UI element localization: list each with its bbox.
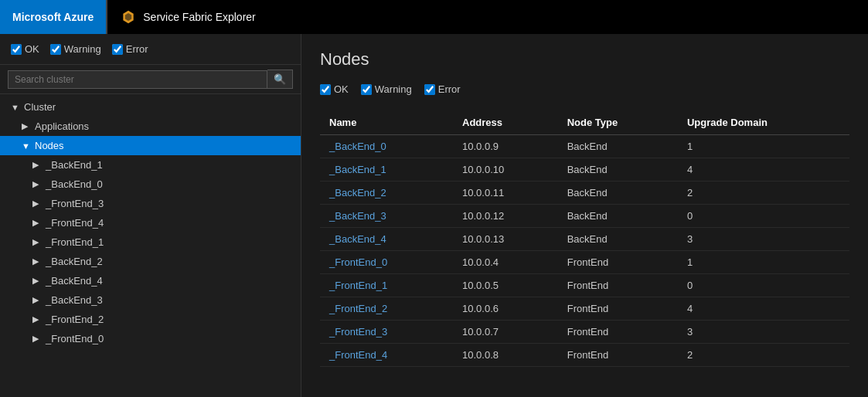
node-upgrade-domain-cell: 1 <box>678 251 849 274</box>
service-fabric-icon <box>120 8 137 25</box>
search-button[interactable]: 🔍 <box>267 70 293 89</box>
node-address-cell: 10.0.0.6 <box>453 297 558 321</box>
node-name-cell[interactable]: _BackEnd_0 <box>320 135 453 158</box>
azure-brand: Microsoft Azure <box>0 0 106 34</box>
content-filter-error[interactable]: Error <box>424 83 461 95</box>
node-address-cell: 10.0.0.4 <box>453 251 558 274</box>
nodes-table: Name Address Node Type Upgrade Domain _B… <box>320 110 849 367</box>
sidebar-item-label: Applications <box>35 120 89 132</box>
filter-warning-checkbox[interactable]: Warning <box>50 43 101 55</box>
node-upgrade-domain-cell: 0 <box>678 205 849 228</box>
node-address-cell: 10.0.0.7 <box>453 321 558 344</box>
content-filter-ok-input[interactable] <box>320 84 331 95</box>
chevron-icon: ▼ <box>22 141 31 151</box>
col-address: Address <box>453 110 558 135</box>
sidebar-item-label: _BackEnd_0 <box>46 178 103 190</box>
table-row: _BackEnd_110.0.0.10BackEnd4 <box>320 158 849 182</box>
node-address-cell: 10.0.0.8 <box>453 344 558 367</box>
sidebar-item-frontend3[interactable]: ▶_FrontEnd_3 <box>0 194 301 213</box>
filter-ok-checkbox[interactable]: OK <box>11 43 39 55</box>
content-filter-error-input[interactable] <box>424 84 435 95</box>
node-name-cell[interactable]: _FrontEnd_4 <box>320 344 453 367</box>
sidebar-item-label: _FrontEnd_2 <box>46 314 104 325</box>
node-type-cell: FrontEnd <box>558 297 678 321</box>
node-type-cell: BackEnd <box>558 135 678 158</box>
search-input[interactable] <box>8 70 267 89</box>
node-name-cell[interactable]: _BackEnd_3 <box>320 205 453 228</box>
content-filter-warning-input[interactable] <box>361 84 372 95</box>
chevron-icon: ▶ <box>32 334 42 344</box>
node-type-cell: BackEnd <box>558 228 678 251</box>
azure-label: Microsoft Azure <box>12 11 94 23</box>
node-name-cell[interactable]: _BackEnd_2 <box>320 182 453 205</box>
node-name-cell[interactable]: _FrontEnd_2 <box>320 297 453 321</box>
node-type-cell: BackEnd <box>558 182 678 205</box>
filter-error-checkbox[interactable]: Error <box>112 43 148 55</box>
sidebar-item-frontend1[interactable]: ▶_FrontEnd_1 <box>0 232 301 252</box>
sidebar-item-applications[interactable]: ▶Applications <box>0 117 301 136</box>
sidebar-item-label: Cluster <box>24 101 56 113</box>
node-name-cell[interactable]: _FrontEnd_3 <box>320 321 453 344</box>
node-name-cell[interactable]: _BackEnd_1 <box>320 158 453 182</box>
node-name-cell[interactable]: _FrontEnd_0 <box>320 251 453 274</box>
node-name-cell[interactable]: _FrontEnd_1 <box>320 274 453 297</box>
table-row: _FrontEnd_310.0.0.7FrontEnd3 <box>320 321 849 344</box>
filter-ok-input[interactable] <box>11 44 22 55</box>
table-row: _FrontEnd_210.0.0.6FrontEnd4 <box>320 297 849 321</box>
sidebar-tree: ▼Cluster▶Applications▼Nodes▶_BackEnd_1▶_… <box>0 94 301 397</box>
content-filters: OK Warning Error <box>320 83 849 95</box>
sidebar-item-backend3[interactable]: ▶_BackEnd_3 <box>0 290 301 310</box>
node-address-cell: 10.0.0.12 <box>453 205 558 228</box>
search-box: 🔍 <box>0 65 301 94</box>
chevron-icon: ▶ <box>32 237 42 247</box>
col-name: Name <box>320 110 453 135</box>
table-row: _FrontEnd_410.0.0.8FrontEnd2 <box>320 344 849 367</box>
sidebar-filters: OK Warning Error <box>0 34 301 65</box>
node-type-cell: BackEnd <box>558 158 678 182</box>
sidebar-item-label: _FrontEnd_3 <box>46 198 104 209</box>
filter-error-input[interactable] <box>112 44 123 55</box>
table-row: _BackEnd_310.0.0.12BackEnd0 <box>320 205 849 228</box>
chevron-icon: ▶ <box>32 276 42 286</box>
node-type-cell: FrontEnd <box>558 274 678 297</box>
sidebar-item-cluster[interactable]: ▼Cluster <box>0 97 301 117</box>
main-layout: OK Warning Error 🔍 ▼Cluster▶Applications… <box>0 34 868 397</box>
node-address-cell: 10.0.0.9 <box>453 135 558 158</box>
chevron-icon: ▶ <box>32 256 42 266</box>
sidebar-item-frontend0[interactable]: ▶_FrontEnd_0 <box>0 329 301 348</box>
sidebar-item-backend4[interactable]: ▶_BackEnd_4 <box>0 271 301 290</box>
node-upgrade-domain-cell: 0 <box>678 274 849 297</box>
app-header: Microsoft Azure Service Fabric Explorer <box>0 0 868 34</box>
node-type-cell: BackEnd <box>558 205 678 228</box>
table-row: _BackEnd_010.0.0.9BackEnd1 <box>320 135 849 158</box>
node-upgrade-domain-cell: 2 <box>678 344 849 367</box>
content-filter-ok[interactable]: OK <box>320 83 349 95</box>
sidebar-item-backend0[interactable]: ▶_BackEnd_0 <box>0 175 301 194</box>
sidebar: OK Warning Error 🔍 ▼Cluster▶Applications… <box>0 34 301 397</box>
sidebar-item-backend1[interactable]: ▶_BackEnd_1 <box>0 155 301 175</box>
sidebar-item-backend2[interactable]: ▶_BackEnd_2 <box>0 252 301 271</box>
node-address-cell: 10.0.0.11 <box>453 182 558 205</box>
sidebar-item-label: _FrontEnd_0 <box>46 333 104 344</box>
table-header-row: Name Address Node Type Upgrade Domain <box>320 110 849 135</box>
sidebar-item-nodes[interactable]: ▼Nodes <box>0 136 301 155</box>
app-title-section: Service Fabric Explorer <box>107 8 268 25</box>
sidebar-item-frontend4[interactable]: ▶_FrontEnd_4 <box>0 213 301 232</box>
sidebar-item-label: _BackEnd_4 <box>46 275 103 287</box>
node-address-cell: 10.0.0.10 <box>453 158 558 182</box>
page-title: Nodes <box>320 49 849 70</box>
sidebar-item-frontend2[interactable]: ▶_FrontEnd_2 <box>0 310 301 329</box>
node-upgrade-domain-cell: 3 <box>678 321 849 344</box>
col-upgrade-domain: Upgrade Domain <box>678 110 849 135</box>
table-row: _BackEnd_410.0.0.13BackEnd3 <box>320 228 849 251</box>
chevron-icon: ▶ <box>32 198 42 209</box>
content-filter-warning[interactable]: Warning <box>361 83 412 95</box>
node-upgrade-domain-cell: 3 <box>678 228 849 251</box>
node-name-cell[interactable]: _BackEnd_4 <box>320 228 453 251</box>
filter-warning-input[interactable] <box>50 44 61 55</box>
sidebar-item-label: _BackEnd_1 <box>46 159 103 171</box>
chevron-icon: ▶ <box>32 160 42 170</box>
node-upgrade-domain-cell: 4 <box>678 297 849 321</box>
node-upgrade-domain-cell: 4 <box>678 158 849 182</box>
table-row: _FrontEnd_010.0.0.4FrontEnd1 <box>320 251 849 274</box>
